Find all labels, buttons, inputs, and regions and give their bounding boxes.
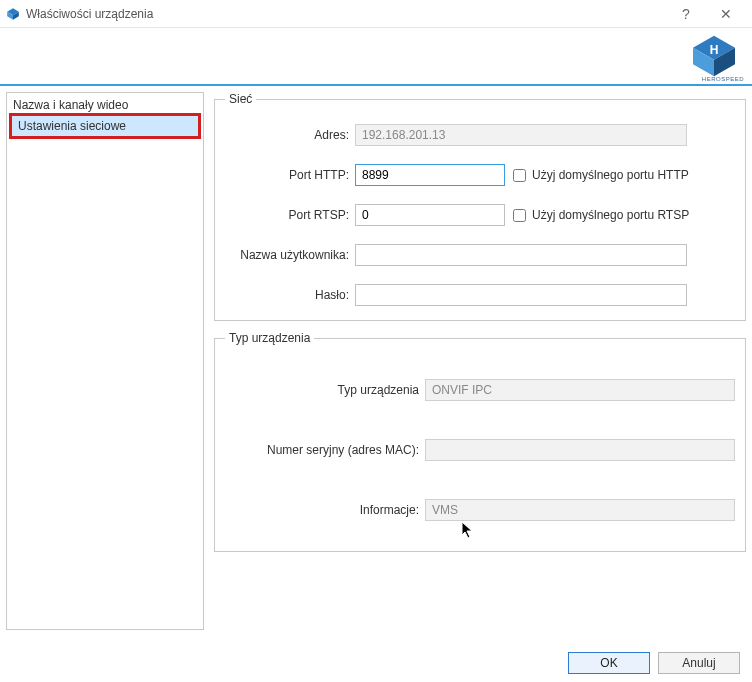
ok-button[interactable]: OK xyxy=(568,652,650,674)
sidebar-item-label: Nazwa i kanały wideo xyxy=(13,98,128,112)
http-port-label: Port HTTP: xyxy=(225,168,355,182)
dialog-footer: OK Anuluj xyxy=(568,652,740,674)
info-label: Informacje: xyxy=(225,503,425,517)
rtsp-port-label: Port RTSP: xyxy=(225,208,355,222)
content: Nazwa i kanały wideo Ustawienia sieciowe… xyxy=(0,86,752,636)
serial-input xyxy=(425,439,735,461)
http-default-label: Użyj domyślnego portu HTTP xyxy=(532,168,689,182)
serial-label: Numer seryjny (adres MAC): xyxy=(225,443,425,457)
group-device-type: Typ urządzenia Typ urządzenia Numer sery… xyxy=(214,331,746,552)
device-type-label: Typ urządzenia xyxy=(225,383,425,397)
cancel-button[interactable]: Anuluj xyxy=(658,652,740,674)
password-label: Hasło: xyxy=(225,288,355,302)
tutorial-highlight: Ustawienia sieciowe xyxy=(9,113,201,139)
username-input[interactable] xyxy=(355,244,687,266)
info-input xyxy=(425,499,735,521)
sidebar-item-label: Ustawienia sieciowe xyxy=(18,119,126,133)
rtsp-default-checkbox[interactable] xyxy=(513,209,526,222)
window-title: Właściwości urządzenia xyxy=(26,7,153,21)
group-network-legend: Sieć xyxy=(225,92,256,106)
http-default-checkbox-wrap[interactable]: Użyj domyślnego portu HTTP xyxy=(513,168,689,182)
http-default-checkbox[interactable] xyxy=(513,169,526,182)
sidebar: Nazwa i kanały wideo Ustawienia sieciowe xyxy=(6,92,204,630)
app-icon xyxy=(6,7,20,21)
brand-name: HEROSPEED xyxy=(702,76,744,82)
address-label: Adres: xyxy=(225,128,355,142)
rtsp-port-input[interactable] xyxy=(355,204,505,226)
address-input xyxy=(355,124,687,146)
help-button[interactable]: ? xyxy=(666,0,706,28)
main-panel: Sieć Adres: Port HTTP: Użyj domyślnego p… xyxy=(204,86,752,636)
svg-text:H: H xyxy=(710,43,719,57)
username-label: Nazwa użytkownika: xyxy=(225,248,355,262)
close-button[interactable]: ✕ xyxy=(706,0,746,28)
sidebar-item-name-channels[interactable]: Nazwa i kanały wideo xyxy=(7,95,203,115)
sidebar-item-network-settings[interactable]: Ustawienia sieciowe xyxy=(12,116,198,136)
header: H HEROSPEED xyxy=(0,28,752,86)
titlebar: Właściwości urządzenia ? ✕ xyxy=(0,0,752,28)
http-port-input[interactable] xyxy=(355,164,505,186)
group-network: Sieć Adres: Port HTTP: Użyj domyślnego p… xyxy=(214,92,746,321)
rtsp-default-checkbox-wrap[interactable]: Użyj domyślnego portu RTSP xyxy=(513,208,689,222)
group-device-legend: Typ urządzenia xyxy=(225,331,314,345)
device-type-input xyxy=(425,379,735,401)
brand-logo-icon: H xyxy=(690,33,738,79)
password-input[interactable] xyxy=(355,284,687,306)
rtsp-default-label: Użyj domyślnego portu RTSP xyxy=(532,208,689,222)
